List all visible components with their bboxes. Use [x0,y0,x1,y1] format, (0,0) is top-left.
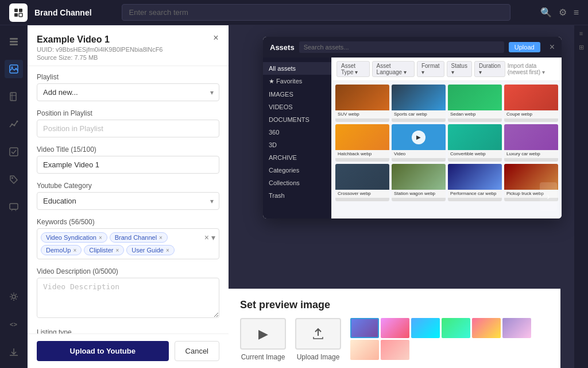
sidebar-item-chat[interactable] [5,198,23,216]
preview-thumb[interactable] [442,318,470,338]
filter-format[interactable]: Format ▾ [417,61,444,77]
right-sidebar-icon-1[interactable]: ≡ [579,30,583,37]
svg-rect-9 [10,93,16,101]
description-textarea[interactable] [37,278,219,318]
asset-label: Hatchback webp [335,150,389,158]
filter-duration[interactable]: Duration ▾ [474,61,505,77]
video-title-input[interactable] [37,156,219,174]
asset-card[interactable]: Convertible webp [448,124,502,162]
asset-card[interactable]: Hatchback webp [335,124,389,162]
clear-keywords-button[interactable]: × [204,233,209,242]
sidebar-item-settings[interactable] [5,288,23,306]
keyword-tag[interactable]: Cliplister × [84,245,124,255]
upload-image-option[interactable]: Upload Image [295,318,341,361]
position-input[interactable] [37,120,219,137]
youtube-category-group: Youtube Category Education ▾ [37,182,219,210]
left-sidebar: <> [0,25,28,368]
preview-thumb[interactable] [381,340,409,360]
panel-source-size: Source Size: 7.75 MB [37,54,219,61]
sidebar-item-favorites[interactable]: ★ Favorites [263,75,331,88]
asset-card[interactable]: Luxury car webp [504,124,558,162]
sidebar-item-archive[interactable]: ARCHIVE [263,151,331,164]
asset-thumbnail [448,85,502,110]
filter-icon[interactable]: ⚙ [559,7,567,18]
current-image-option[interactable]: ▶ Current Image [240,318,286,361]
sidebar-item-3d[interactable]: 3D [263,139,331,151]
next-arrow-button[interactable]: › [540,182,557,211]
sidebar-item-videos[interactable]: VIDEOS [263,101,331,113]
assets-upload-button[interactable]: Upload [509,42,540,52]
svg-rect-5 [10,41,18,43]
assets-grid-area: Asset Type ▾ Asset Language ▾ Format ▾ S… [332,57,562,218]
asset-card[interactable]: Sedan webp [448,85,502,122]
preview-thumb[interactable] [502,318,531,338]
youtube-category-select[interactable]: Education [37,192,219,210]
preview-thumbnails [350,318,549,360]
remove-keyword-icon[interactable]: × [166,247,169,254]
sidebar-item-tag[interactable] [5,170,23,189]
panel-uuid: UUID: v9BbsHESjfm0i4lK9B0lPENbia8lNcF6 [37,46,219,53]
asset-label: Sports car webp [392,110,446,118]
sidebar-item-analytics[interactable] [5,115,23,133]
preview-thumb[interactable] [381,318,409,338]
upload-to-youtube-button[interactable]: Upload to Youtube [37,341,169,361]
sidebar-item-all-assets[interactable]: All assets [263,62,331,75]
keyword-tag[interactable]: User Guide × [126,245,174,255]
current-image-label: Current Image [241,353,285,361]
remove-keyword-icon[interactable]: × [73,247,76,254]
expand-keywords-button[interactable]: ▾ [211,233,215,242]
search-bar[interactable]: Enter search term [122,4,510,21]
keyword-tag[interactable]: Brand Channel × [110,232,168,243]
asset-card[interactable]: Crossover webp [335,164,389,201]
panel-close-button[interactable]: × [210,32,222,44]
asset-label: Convertible webp [448,150,502,158]
preview-thumb[interactable] [472,318,501,338]
right-sidebar-icon-2[interactable]: ⊞ [579,44,584,51]
remove-keyword-icon[interactable]: × [115,247,119,254]
import-data-button[interactable]: Import data (newest first) ▾ [508,63,557,75]
sidebar-item-tasks[interactable] [5,143,23,161]
sidebar-item-images[interactable]: IMAGES [263,88,331,101]
preview-thumb[interactable] [350,340,379,360]
search-icon[interactable]: 🔍 [540,7,552,18]
cancel-button[interactable]: Cancel [175,341,219,361]
sidebar-item-trash[interactable]: Trash [263,189,331,202]
keyword-tag[interactable]: DemoUp × [41,245,82,255]
asset-thumbnail [392,164,446,190]
sidebar-item-download[interactable] [5,343,23,361]
asset-thumbnail [448,164,502,190]
svg-point-8 [11,67,13,68]
filter-status[interactable]: Status ▾ [447,61,472,77]
sidebar-item-layers[interactable] [5,32,23,51]
asset-label: Sedan webp [448,110,502,118]
menu-icon[interactable]: ≡ [574,7,579,18]
asset-card[interactable]: ▶ Video [392,124,446,162]
right-mini-sidebar: ≡ ⊞ [574,25,588,368]
asset-card[interactable]: SUV webp [335,85,389,122]
remove-keyword-icon[interactable]: × [99,235,102,241]
sidebar-item-document[interactable] [5,87,23,106]
asset-card[interactable]: Performance car webp [448,164,502,201]
remove-keyword-icon[interactable]: × [159,235,163,241]
keyword-tag[interactable]: Video Syndication × [41,232,107,243]
sidebar-item-360[interactable]: 360 [263,126,331,139]
asset-label: Performance car webp [448,190,502,198]
sidebar-item-code[interactable]: <> [5,315,23,334]
filter-asset-type[interactable]: Asset Type ▾ [336,61,370,77]
sidebar-item-collections[interactable]: Collections [263,177,331,189]
filter-asset-language[interactable]: Asset Language ▾ [372,61,415,77]
asset-thumbnail: ▶ [392,124,446,150]
svg-point-14 [11,177,13,179]
assets-close-icon[interactable]: × [550,42,555,52]
sidebar-item-image[interactable] [5,60,23,78]
asset-card[interactable]: Coupe webp [504,85,558,122]
sidebar-item-documents[interactable]: DOCUMENTS [263,113,331,126]
asset-card[interactable]: Station wagon webp [392,164,446,201]
preview-thumb[interactable] [350,318,379,338]
sidebar-item-categories[interactable]: Categories [263,164,331,177]
panel-title: Example Video 1 [37,34,219,45]
preview-thumb[interactable] [411,318,440,338]
asset-card[interactable]: Sports car webp [392,85,446,122]
assets-search-input[interactable] [299,41,504,53]
playlist-select[interactable]: Add new... [37,83,219,101]
